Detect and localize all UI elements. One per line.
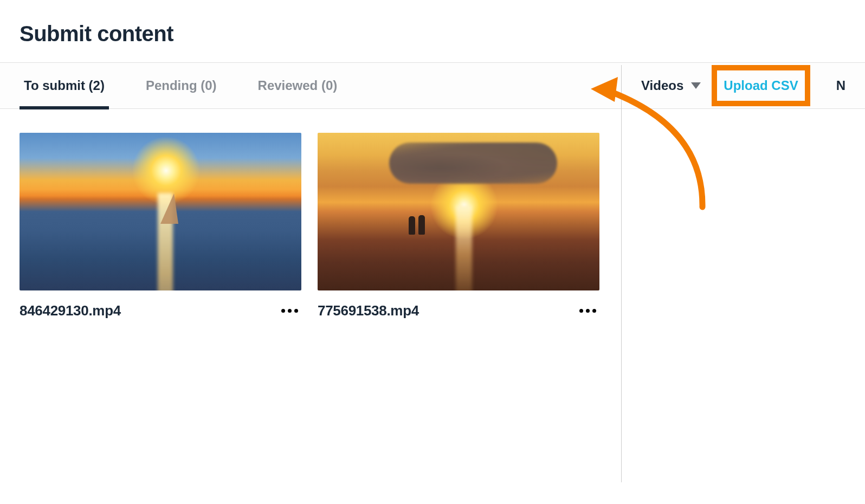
upload-csv-label: Upload CSV (724, 78, 798, 93)
content-grid: 846429130.mp4 775691538.mp4 (0, 109, 865, 343)
tab-to-submit[interactable]: To submit (2) (20, 63, 109, 108)
toolbar-right: Videos Upload CSV N (641, 69, 845, 102)
video-thumbnail[interactable] (20, 133, 301, 290)
tab-pending[interactable]: Pending (0) (141, 63, 221, 108)
video-thumbnail[interactable] (318, 133, 599, 290)
vertical-divider (621, 65, 622, 482)
filter-dropdown[interactable]: Videos (641, 78, 701, 93)
more-options-icon[interactable] (278, 306, 301, 316)
video-filename: 846429130.mp4 (20, 302, 121, 319)
card-footer: 775691538.mp4 (318, 290, 599, 319)
filter-label: Videos (641, 78, 683, 93)
more-options-icon[interactable] (576, 306, 599, 316)
video-filename: 775691538.mp4 (318, 302, 419, 319)
video-card[interactable]: 775691538.mp4 (318, 133, 599, 319)
chevron-down-icon (691, 82, 701, 89)
video-card[interactable]: 846429130.mp4 (20, 133, 301, 319)
toolbar: To submit (2) Pending (0) Reviewed (0) V… (0, 62, 865, 109)
card-footer: 846429130.mp4 (20, 290, 301, 319)
tabs-container: To submit (2) Pending (0) Reviewed (0) (20, 63, 341, 108)
upload-csv-button[interactable]: Upload CSV (716, 69, 805, 102)
page-title: Submit content (0, 0, 865, 62)
truncated-text: N (836, 78, 845, 93)
tab-reviewed[interactable]: Reviewed (0) (254, 63, 342, 108)
